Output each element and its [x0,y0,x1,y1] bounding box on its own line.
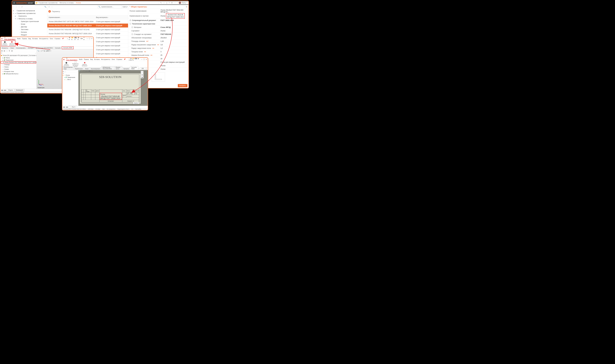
tree-item-material[interactable]: ≣Уголок 25x16x3 ГОСТ 8510-86 / 09Г2Д ГОС… [1,61,36,64]
tree-root[interactable]: ⬣ Уголок (По умолчанию<<По умолчанию>_Со… [1,54,36,57]
user-menu[interactable]: 👤 Гость ▾ [179,2,187,4]
more-icon[interactable]: ⋯ [174,2,176,4]
tab[interactable]: Элементы [0,47,9,49]
bottom-tab[interactable]: Анимация1 [15,89,25,91]
tab-nav-icon[interactable]: ▶▶ [65,106,69,108]
feature-tree[interactable]: ◉▥⬚⊕◑ ∇› ⬣ Уголок (По умолчанию<<По умол… [0,49,37,89]
zoom-control[interactable]: — 200 ⬚ ⤢ [138,67,148,70]
hamburger-icon[interactable]: ☰ [12,2,16,4]
close-icon[interactable]: ✕ [146,58,147,60]
breadcrumb-item[interactable]: Справочник сортаментов [39,2,57,4]
more-icon[interactable]: › [78,71,78,72]
star-icon[interactable]: ☆ [163,2,165,4]
menu-item[interactable]: Окно [112,59,115,60]
menu-item[interactable]: Инструменты [39,38,48,39]
menu-item[interactable]: Справка [54,38,60,39]
tool-icon[interactable]: ⬚ [51,6,52,8]
bottom-tab[interactable]: ⬚ Лист1 [69,106,77,108]
tab[interactable]: Эскиз [9,47,15,49]
menu-item[interactable]: Вставка [94,59,100,60]
tree-item[interactable]: ↳Исходная точка [1,70,36,73]
menu-item[interactable]: Файл [79,59,83,60]
ribbon-set-material[interactable]: ⬢Указать материал [2,41,8,46]
tab[interactable]: Анализировать [90,67,102,70]
breadcrumb-item[interactable]: Металлы и сплавы [60,2,74,4]
column-header[interactable]: Наименование ▾ [47,16,95,18]
tree-root[interactable]: ▸ ⬚Уголок [63,75,78,77]
tree-item[interactable]: ▸🗐History [1,57,36,59]
tool-icon[interactable]: ⬢ [142,77,143,78]
tree-node[interactable]: ▼●Справочник сортаментов [12,12,47,15]
table-row[interactable]: Уголок 100x100x6 ГОСТ 19771-93 / 09Г2С Г… [47,20,128,24]
table-row[interactable]: Уголок 25x16x3 ГОСТ 8510-86 / 09Г2Д ГОСТ… [47,24,128,28]
tree-item[interactable]: ◇Сверху [1,66,36,68]
tab[interactable]: DimXpert [27,47,35,49]
tab[interactable]: Добавления SOLIDWORKS [35,47,54,49]
minimize-icon[interactable]: — [141,58,143,60]
drawing-tree[interactable]: ▥⬚› ∇ ▸ ⬚Уголок ▸ 🗐Примечания ▸ ⬚Лист1 [62,70,79,106]
ribbon-delete-material[interactable]: ✖Удалить материал [81,62,88,67]
tree-leaf[interactable]: ○Катанка [12,31,47,34]
tree-item[interactable]: ▸ ⬚Лист1 [63,79,78,81]
tab-nav-icon[interactable]: ▶▶ [4,89,7,91]
table-row[interactable]: Уголок 25x16x3 ГОСТ 8510-86 / 09Г2СД ГОС… [47,32,128,36]
tab[interactable]: Примечание [74,67,84,70]
prop-section[interactable]: –Технические характеристики [128,22,188,26]
tab-icon[interactable]: ⊕ [9,50,10,52]
tool-icon[interactable]: ⬚ [16,6,17,8]
edit-icon[interactable]: ✎ [160,2,162,4]
tree-node[interactable]: ▶○Композиты [12,15,47,17]
tool-icon[interactable]: ⊕ [48,6,50,8]
menu-item[interactable]: Вставка [32,38,38,39]
ribbon-set-material[interactable]: ⬢Указать материал [63,62,70,67]
save-icon[interactable]: 💾▾ [75,37,77,40]
menu-item[interactable]: Вид [90,59,93,60]
tab[interactable]: Semantic [54,47,62,49]
close-icon[interactable]: ✕ [91,38,92,39]
new-icon[interactable]: 🗎▾ [69,37,71,40]
tree-item[interactable]: ▸🗐Примечания [1,59,36,61]
tool-icon[interactable]: ⇄ [21,6,23,8]
menu-item[interactable]: Окно [50,38,53,39]
filter-icon[interactable]: ∇ [1,52,2,54]
add-icon[interactable]: + [48,10,51,13]
ribbon-delete-material[interactable]: ✖Удалить материал [9,41,15,46]
open-icon[interactable]: 📂▾ [71,37,74,40]
select-button[interactable]: Выбрать [178,84,187,87]
tree-leaf[interactable]: ○Блюм [12,23,47,26]
tab[interactable]: Semantic [122,67,130,70]
filter-icon[interactable]: ∇ [63,73,78,75]
tab-nav-icon[interactable]: ◀◀ [62,106,65,108]
props-title[interactable]: ˄ Общие параметры ⚙ [128,5,188,9]
menu-item[interactable]: Правка [84,59,89,60]
tool-icon[interactable]: ⬚ [18,6,20,8]
prop-section[interactable]: +Сопроводительный документ ГОСТ 19281-20… [128,19,188,22]
tree-leaf[interactable]: ○Заготовка [12,28,47,31]
tree-leaf[interactable]: ○Квадрат [12,34,47,36]
tree-item[interactable]: ▸⬣Бобышка-Вытянуть1 [1,73,36,75]
tab[interactable]: Эскиз [84,67,90,70]
tab-icon[interactable]: ◑ [11,50,13,52]
tree-item[interactable]: ◇Справа [1,68,36,70]
options-icon[interactable]: ⚙▾ [80,38,83,39]
column-header[interactable]: Вид материала ▾ [95,16,128,18]
search-button[interactable]: Найти ▾ [121,5,129,8]
tool-icon[interactable]: ◉ [142,74,143,76]
home-icon[interactable]: ⌂ [67,38,68,39]
tree-leaf[interactable]: ○Двутавр [12,26,47,28]
expand-icon[interactable]: + [131,26,133,28]
tab[interactable]: Формат листа [115,66,122,70]
tab[interactable]: Анализировать [15,47,27,49]
tree-node[interactable]: ▼●Металлы и сплавы [12,17,47,20]
tab-nav-icon[interactable]: ◀◀ [0,89,4,91]
book-icon[interactable]: ▯ [166,2,167,4]
table-row[interactable]: Уголок 25x16x3 ГОСТ 8510-86 / 15ХСНД ГОС… [47,28,128,32]
minimize-icon[interactable]: — [87,38,88,39]
tree-item[interactable]: ▸ 🗐Примечания [63,77,78,79]
drawing-viewport[interactable]: 🔍 ⬚ 🖉 ⟳ ◐ ◑ ⬢ ⚙ ▾ SDI-SOLUTION № докум. … [79,70,148,106]
tab-icon[interactable]: ◉ [1,50,2,52]
menu-item[interactable]: Инструменты [101,59,110,60]
print-icon[interactable]: 🖶▾ [78,37,80,40]
menu-item[interactable]: Правка [22,38,27,39]
tab-icon[interactable]: ▥ [63,71,64,72]
